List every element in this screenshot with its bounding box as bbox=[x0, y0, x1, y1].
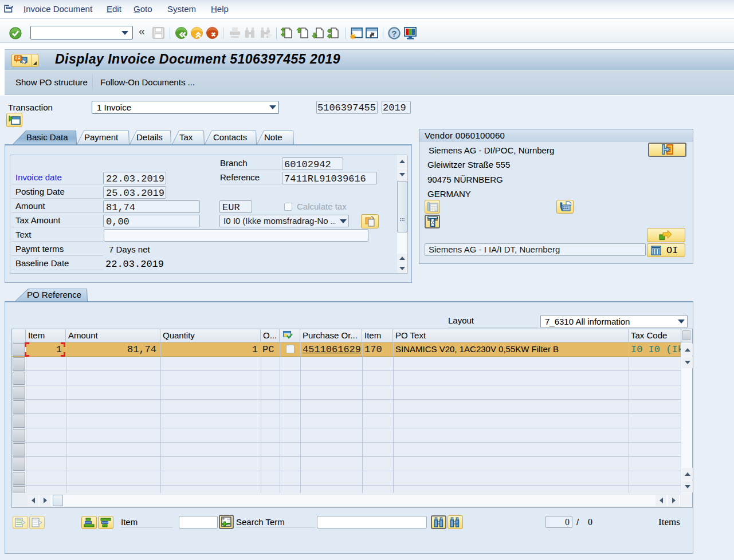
svg-text:?: ? bbox=[391, 29, 397, 38]
